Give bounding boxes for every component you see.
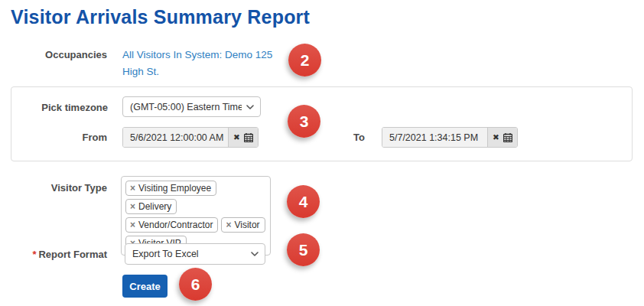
report-format-select[interactable]: Export To Excel: [125, 243, 265, 265]
visitor-type-tag: × Visitor: [221, 217, 265, 233]
create-button[interactable]: Create: [122, 275, 168, 298]
required-asterisk: *: [32, 249, 36, 260]
timezone-date-panel: Pick timezone: [11, 86, 633, 161]
occupancies-link[interactable]: All Visitors In System: Demo 125 High St…: [122, 47, 289, 80]
chevron-down-icon: [246, 105, 254, 109]
from-label: From: [11, 132, 107, 143]
from-datetime-addon[interactable]: ✖: [228, 128, 258, 147]
remove-tag-icon[interactable]: ×: [226, 220, 231, 230]
to-datetime-group: ✖: [382, 127, 518, 148]
tag-label: Vendor/Contractor: [138, 220, 213, 230]
from-datetime-input[interactable]: [123, 128, 228, 147]
occupancies-label: Occupancies: [11, 49, 107, 60]
step-badge-3: 3: [288, 105, 320, 138]
visitor-type-tag: × Vendor/Contractor: [125, 217, 218, 233]
from-datetime-group: ✖: [122, 127, 259, 148]
report-format-label: *Report Format: [11, 249, 107, 260]
remove-tag-icon[interactable]: ×: [130, 220, 135, 230]
chevron-down-icon: [251, 252, 259, 256]
report-format-label-text: Report Format: [38, 249, 107, 260]
tag-label: Delivery: [138, 201, 171, 212]
visitor-type-tag: × Visiting Employee: [125, 181, 216, 196]
step-badge-5: 5: [287, 233, 320, 266]
visitor-type-label: Visitor Type: [11, 182, 107, 194]
timezone-selected-value: (GMT-05:00) Eastern Time (US & Canada): [130, 102, 242, 112]
to-label: To: [329, 132, 365, 143]
visitor-arrivals-report-page: Visitor Arrivals Summary Report Occupanc…: [0, 0, 644, 306]
timezone-select[interactable]: (GMT-05:00) Eastern Time (US & Canada): [122, 96, 261, 117]
calendar-icon[interactable]: [244, 133, 253, 142]
remove-tag-icon[interactable]: ×: [130, 183, 135, 194]
remove-tag-icon[interactable]: ×: [130, 201, 135, 212]
report-format-selected-value: Export To Excel: [132, 249, 199, 259]
step-badge-4: 4: [287, 185, 320, 218]
calendar-icon[interactable]: [503, 133, 512, 142]
visitor-type-tag: × Delivery: [125, 199, 177, 214]
step-badge-6: 6: [179, 268, 212, 301]
to-datetime-input[interactable]: [382, 128, 487, 147]
to-datetime-addon[interactable]: ✖: [487, 128, 517, 147]
tag-label: Visiting Employee: [138, 183, 211, 194]
page-title: Visitor Arrivals Summary Report: [11, 6, 310, 28]
tag-label: Visitor: [234, 220, 259, 230]
clear-icon[interactable]: ✖: [233, 133, 240, 142]
pick-timezone-label: Pick timezone: [11, 102, 108, 113]
clear-icon[interactable]: ✖: [493, 133, 499, 142]
step-badge-2: 2: [288, 44, 321, 76]
